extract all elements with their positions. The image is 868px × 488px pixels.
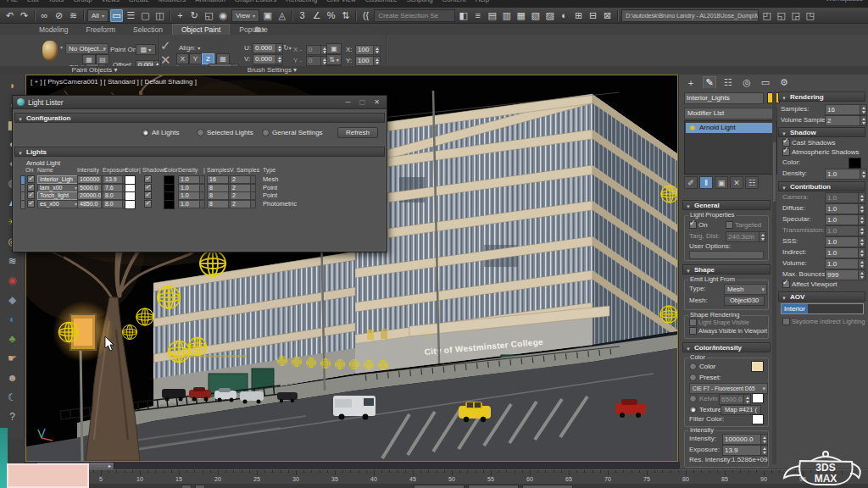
menu-file[interactable]: File bbox=[7, 0, 18, 3]
light-row[interactable]: es_x004850.08.01.082Photometric bbox=[14, 200, 385, 208]
shadows-checkbox[interactable] bbox=[144, 200, 152, 208]
maximize-icon[interactable]: ▢ bbox=[357, 98, 368, 106]
modifier-stack[interactable]: Arnold Light bbox=[684, 120, 777, 175]
light-v_samples-field[interactable]: 2 bbox=[230, 184, 256, 192]
render-setup-icon[interactable]: ⊞ bbox=[572, 9, 585, 22]
sx-field[interactable]: 100 bbox=[355, 45, 381, 55]
paint-object-dropdown[interactable]: No Object... bbox=[65, 43, 108, 54]
use-pivot-center-icon[interactable]: ▣ bbox=[261, 9, 274, 22]
kelvin-radio[interactable]: Kelvin bbox=[689, 395, 718, 402]
viewport-label[interactable]: [ + ] [ PhysCamera001 ] [ Standard ] [ D… bbox=[31, 78, 197, 86]
menu-group[interactable]: Group bbox=[73, 0, 92, 3]
selection-filter-dropdown[interactable]: All▾ bbox=[87, 9, 108, 22]
light-name-field[interactable]: Torch_light bbox=[37, 191, 79, 200]
texture-radio[interactable]: Texture bbox=[689, 406, 721, 413]
hand-icon[interactable]: ☛ bbox=[3, 349, 22, 367]
exposure-field[interactable]: 13.9 bbox=[722, 445, 768, 456]
emit-type-dropdown[interactable]: Mesh bbox=[724, 284, 767, 295]
contribution-rollout-header[interactable]: Contribution bbox=[778, 181, 865, 191]
light-shape-visible-checkbox[interactable]: Light Shape Visible bbox=[689, 319, 749, 326]
general-settings-radio[interactable]: General Settings bbox=[262, 129, 323, 136]
select-and-link-icon[interactable]: ∞ bbox=[38, 9, 51, 22]
undo-icon[interactable]: ↶ bbox=[3, 9, 16, 22]
shadow-density-field[interactable]: 1.0 bbox=[825, 169, 867, 180]
light-density-field[interactable]: 1.0 bbox=[178, 175, 205, 184]
color-intensity-rollout-header[interactable]: Color/Intensity bbox=[682, 342, 771, 352]
volume-samples-field[interactable]: 2 bbox=[825, 115, 867, 126]
contribution-field[interactable]: 1.0 bbox=[825, 247, 865, 258]
menu-content[interactable]: Content bbox=[442, 0, 466, 3]
coord-x-field[interactable] bbox=[414, 485, 465, 488]
rendered-frame-icon[interactable]: ⊟ bbox=[587, 9, 599, 22]
select-move-icon[interactable]: + bbox=[174, 9, 186, 22]
moon-icon[interactable]: ☾ bbox=[3, 388, 22, 406]
light-name-field[interactable]: Interior_Ligh bbox=[37, 175, 79, 184]
select-place-icon[interactable]: ◉ bbox=[217, 9, 230, 22]
light-density-field[interactable]: 1.0 bbox=[178, 191, 205, 200]
dialog-titlebar[interactable]: Light Lister ─ ▢ ✕ bbox=[13, 96, 387, 109]
rx-field[interactable]: 0 bbox=[306, 45, 328, 55]
brush-settings-panel-label[interactable]: Brush Settings ▾ bbox=[159, 66, 386, 75]
close-icon[interactable]: ✕ bbox=[371, 98, 382, 106]
menu-civil-view[interactable]: Civil View bbox=[326, 0, 356, 3]
skydome-indirect-checkbox[interactable]: Skydome Indirect Lighting bbox=[782, 318, 865, 325]
light-row[interactable]: Interior_Ligh10000013.91.0162Mesh bbox=[14, 175, 385, 184]
light-color-swatch[interactable] bbox=[125, 200, 136, 209]
align-y-button[interactable]: Y bbox=[189, 53, 202, 64]
paint-on-button[interactable]: ▩▾ bbox=[136, 44, 156, 55]
earth-icon[interactable]: ◐ bbox=[3, 310, 22, 328]
contribution-field[interactable]: 1.0 bbox=[825, 214, 865, 225]
align-x-button[interactable]: X bbox=[176, 53, 189, 64]
light-density-field[interactable]: 1.0 bbox=[178, 200, 205, 208]
coord-y-field[interactable] bbox=[468, 485, 519, 488]
scale-mode-icon[interactable]: ⇅▾ bbox=[326, 54, 342, 65]
color-swatch[interactable] bbox=[751, 361, 764, 372]
asset-save-icon[interactable]: ◱ bbox=[775, 9, 787, 22]
shadow-color-swatch[interactable] bbox=[164, 200, 175, 209]
light-name-field[interactable]: es_x00 bbox=[37, 200, 79, 208]
cast-shadows-checkbox[interactable]: Cast Shadows bbox=[782, 139, 836, 147]
menu-edit[interactable]: Edit bbox=[27, 0, 39, 3]
timeline-ruler[interactable]: 5101520253035404550556065707580859095 bbox=[24, 469, 868, 485]
sy-field[interactable]: 100 bbox=[355, 56, 381, 66]
light-v_samples-field[interactable]: 2 bbox=[230, 175, 256, 184]
plant-icon[interactable]: ♣ bbox=[3, 330, 22, 347]
redo-icon[interactable]: ↷ bbox=[18, 9, 31, 22]
general-rollout-header[interactable]: General bbox=[682, 200, 771, 210]
menu-rendering[interactable]: Rendering bbox=[286, 0, 317, 3]
light-on-checkbox[interactable] bbox=[27, 200, 35, 208]
menu-help[interactable]: Help bbox=[476, 0, 489, 3]
ribbon-overflow-dropdown[interactable]: ▦ ▾ bbox=[254, 25, 265, 33]
coord-z-field[interactable] bbox=[522, 485, 573, 488]
remove-modifier-icon[interactable]: ✕ bbox=[730, 176, 743, 189]
time-slider-track[interactable]: ◄ 0 / 100 ► bbox=[24, 462, 680, 469]
rotate-scatter-icon[interactable]: ↻▾ bbox=[283, 44, 292, 53]
tab-hierarchy[interactable]: ☷ bbox=[721, 76, 735, 89]
paint-objects-panel-label[interactable]: Paint Objects ▾ bbox=[31, 66, 159, 75]
select-scale-icon[interactable]: ◱ bbox=[203, 9, 215, 22]
select-manipulate-icon[interactable]: ◬ bbox=[275, 9, 288, 22]
align-icon[interactable]: ≡ bbox=[471, 9, 484, 22]
menu-modifiers[interactable]: Modifiers bbox=[159, 0, 186, 3]
aov-rollout-header[interactable]: AOV bbox=[778, 291, 865, 302]
paint-brush-icon[interactable] bbox=[42, 41, 58, 61]
user-options-field[interactable] bbox=[689, 251, 764, 259]
ribbon-tab-modeling[interactable]: Modeling bbox=[31, 24, 77, 35]
rectangular-selection-icon[interactable]: ▢ bbox=[139, 9, 152, 22]
affect-viewport-checkbox[interactable]: Affect Viewport bbox=[782, 280, 837, 288]
all-lights-radio[interactable]: All Lights bbox=[142, 129, 179, 136]
scene-explorer-icon[interactable]: ▦ bbox=[515, 9, 527, 22]
contribution-field[interactable]: 1.0 bbox=[825, 203, 865, 214]
help-icon[interactable]: ? bbox=[3, 408, 22, 425]
shadow-rollout-header[interactable]: Shadow bbox=[778, 127, 865, 137]
ribbon-toggle-icon[interactable]: ▥ bbox=[500, 9, 513, 22]
percent-snap-icon[interactable]: % bbox=[325, 9, 337, 22]
row-selection-bar[interactable] bbox=[20, 200, 25, 209]
light-name-field[interactable]: lam_x00 bbox=[37, 184, 79, 192]
waves-icon[interactable]: ≋ bbox=[3, 252, 22, 269]
gamepad-icon[interactable]: ◆ bbox=[3, 291, 22, 308]
cherry-icon[interactable]: ◉ bbox=[3, 271, 22, 289]
targeted-checkbox[interactable]: Targeted bbox=[726, 221, 761, 229]
paint-deform-icon[interactable]: ◗ bbox=[3, 76, 22, 94]
light-density-field[interactable]: 1.0 bbox=[178, 184, 205, 192]
